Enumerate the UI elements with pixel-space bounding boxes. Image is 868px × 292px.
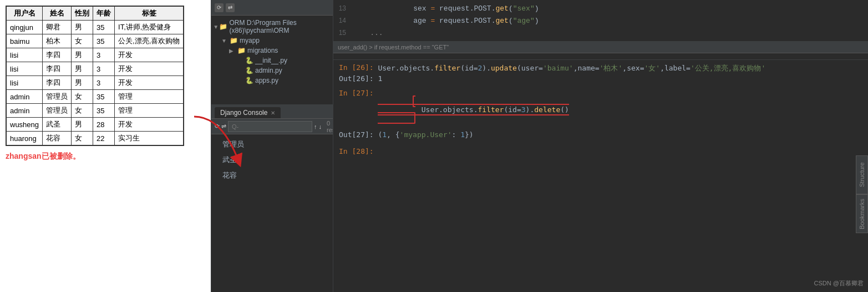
table-cell-2-3: 3: [93, 48, 115, 62]
code-editor: 13 sex = request.POST.get("sex") 14 age …: [333, 0, 868, 60]
refresh-btn[interactable]: ⟳: [215, 122, 220, 132]
table-cell-0-1: 卿君: [43, 21, 72, 34]
tree-arrow-orm: ▼: [213, 24, 219, 30]
col-header-sex: 性别: [72, 6, 93, 21]
table-cell-3-4: 开发: [115, 62, 184, 76]
table-cell-8-1: 花容: [43, 132, 72, 146]
prompt-26: In [26]:: [339, 63, 378, 72]
table-cell-2-4: 开发: [115, 48, 184, 62]
out-prompt-26: Out[26]:: [339, 74, 378, 83]
bookmarks-tab[interactable]: Bookmarks: [856, 194, 868, 233]
tree-spacer-admin: ▶: [237, 68, 245, 74]
next-result-btn[interactable]: ↓: [319, 122, 322, 132]
name-line-1: 武圣: [211, 152, 333, 168]
tree-item-init[interactable]: ▶ 🐍 __init__.py: [211, 56, 333, 66]
table-cell-3-2: 男: [72, 62, 93, 76]
breadcrumb-bar: user_add() > if request.method == "GET": [333, 41, 868, 53]
migrations-label: migrations: [247, 47, 278, 54]
line-num-15: 15: [333, 29, 353, 37]
watermark: CSDN @百慕卿君: [814, 279, 864, 288]
tree-arrow-myapp: ▼: [221, 38, 229, 44]
table-cell-5-3: 35: [93, 90, 115, 104]
name-line-0: 管理员: [211, 137, 333, 152]
out-code-27: (1, {'myapp.User': 1}): [378, 130, 473, 139]
tree-item-migrations[interactable]: ▶ 📁 migrations: [211, 46, 333, 56]
console-tab-django[interactable]: Django Console ✕: [215, 107, 281, 118]
tree-item-orm[interactable]: ▼ 📁 ORM D:\Program Files (x86)\pycharm\O…: [211, 18, 333, 36]
indent-btn[interactable]: ⇌: [221, 122, 226, 132]
middle-panel: ⟳ ⇄ ▼ 📁 ORM D:\Program Files (x86)\pycha…: [211, 0, 333, 292]
table-cell-5-1: 管理员: [43, 90, 72, 104]
table-cell-7-4: 开发: [115, 118, 184, 132]
py-icon-apps: 🐍: [245, 77, 253, 84]
table-cell-8-3: 22: [93, 132, 115, 146]
prompt-28: In [28]:: [339, 147, 378, 155]
col-header-age: 年龄: [93, 6, 115, 21]
out-prompt-27: Out[27]:: [339, 130, 378, 139]
table-cell-1-0: baimu: [6, 34, 43, 48]
tab-close-icon[interactable]: ✕: [271, 110, 275, 116]
table-cell-0-4: IT,讲师,热爱健身: [115, 21, 184, 34]
console-output: In [26]: User.objects.filter(id=2).updat…: [333, 60, 868, 292]
console-tab-bar: Django Console ✕: [211, 104, 333, 119]
ide-btn-2[interactable]: ⇄: [226, 3, 235, 12]
tree-item-myapp[interactable]: ▼ 📁 myapp: [211, 36, 333, 46]
table-cell-6-1: 管理员: [43, 104, 72, 118]
table-cell-3-1: 李四: [43, 62, 72, 76]
file-tree: ▼ 📁 ORM D:\Program Files (x86)\pycharm\O…: [211, 16, 333, 104]
col-header-label: 标签: [115, 6, 184, 21]
table-cell-8-2: 女: [72, 132, 93, 146]
myapp-label: myapp: [240, 37, 260, 44]
table-cell-5-0: admin: [6, 90, 43, 104]
table-cell-0-3: 35: [93, 21, 115, 34]
table-cell-8-0: huarong: [6, 132, 43, 146]
table-cell-3-3: 3: [93, 62, 115, 76]
tree-item-apps[interactable]: ▶ 🐍 apps.py: [211, 75, 333, 85]
col-header-name: 姓名: [43, 6, 72, 21]
table-cell-5-2: 女: [72, 90, 93, 104]
tree-spacer-init: ▶: [237, 58, 245, 64]
code-27: User.objects.filter(id=3).delete(): [378, 89, 568, 130]
code-line-15: 15 ...: [333, 27, 868, 39]
console-in-28: In [28]:: [333, 147, 868, 158]
orm-label: ORM D:\Program Files (x86)\pycharm\ORM: [229, 19, 333, 34]
prev-result-btn[interactable]: ↑: [314, 122, 317, 132]
console-search-input[interactable]: [228, 121, 312, 132]
table-cell-6-0: admin: [6, 104, 43, 118]
left-panel: 用户名 姓名 性别 年龄 标签 qingjun卿君男35IT,讲师,热爱健身ba…: [0, 0, 211, 292]
code-26: User.objects.filter(id=2).update(user='b…: [378, 63, 765, 73]
table-cell-1-1: 柏木: [43, 34, 72, 48]
folder-icon-orm: 📁: [219, 23, 227, 31]
table-cell-2-2: 男: [72, 48, 93, 62]
table-cell-2-0: lisi: [6, 48, 43, 62]
table-cell-6-4: 管理: [115, 104, 184, 118]
table-cell-7-3: 28: [93, 118, 115, 132]
py-icon-admin: 🐍: [245, 67, 253, 74]
table-cell-6-3: 35: [93, 104, 115, 118]
table-cell-0-2: 男: [72, 21, 93, 34]
table-cell-6-2: 女: [72, 104, 93, 118]
data-table: 用户名 姓名 性别 年龄 标签 qingjun卿君男35IT,讲师,热爱健身ba…: [6, 6, 184, 146]
table-cell-4-4: 开发: [115, 76, 184, 90]
console-tab-label: Django Console: [220, 109, 267, 117]
prompt-27: In [27]:: [339, 89, 378, 97]
deleted-notice: zhangsan已被删除。: [6, 152, 205, 162]
apps-label: apps.py: [255, 77, 278, 84]
ide-toolbar: ⟳ ⇄: [211, 0, 333, 16]
init-label: __init__.py: [255, 57, 287, 64]
folder-icon-myapp: 📁: [229, 37, 238, 44]
console-out-27: Out[27]: (1, {'myapp.User': 1}): [333, 130, 868, 142]
tree-item-admin[interactable]: ▶ 🐍 admin.py: [211, 66, 333, 75]
table-cell-1-2: 女: [72, 34, 93, 48]
line-content-15: ...: [353, 29, 868, 37]
console-toolbar: ⟳ ⇌ ↑ ↓ 0 results: [211, 119, 333, 134]
table-cell-7-2: 男: [72, 118, 93, 132]
tree-spacer-apps: ▶: [237, 78, 245, 84]
table-cell-0-0: qingjun: [6, 21, 43, 34]
structure-tab[interactable]: Structure: [856, 155, 868, 194]
ide-btn-1[interactable]: ⟳: [215, 3, 224, 12]
breadcrumb-text: user_add() > if request.method == "GET": [338, 44, 449, 51]
folder-icon-migrations: 📁: [237, 47, 246, 54]
console-out-26: Out[26]: 1: [333, 74, 868, 85]
col-header-username: 用户名: [6, 6, 43, 21]
